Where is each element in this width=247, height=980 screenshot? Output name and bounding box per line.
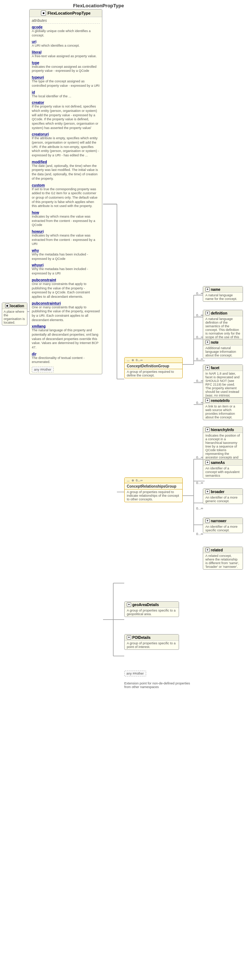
- broader-expand-icon[interactable]: +: [205, 490, 210, 494]
- note-expand-icon[interactable]: +: [205, 340, 210, 344]
- crg-label: ConceptRelationshipsGroup: [127, 484, 176, 488]
- location-label: location: [10, 304, 24, 308]
- name-expand-icon[interactable]: +: [205, 287, 210, 291]
- attr-name-whyuri: whyuri: [32, 263, 100, 267]
- diagram-container: FlexLocationPropType ■ FlexLocationPropT…: [0, 0, 247, 980]
- attr-name-custom: custom: [32, 183, 100, 187]
- related-body: A related concept, where the relationshi…: [203, 553, 242, 569]
- same-as-box: + sameAs An identifier of a concept with…: [203, 459, 243, 479]
- location-box-body: A place where the organisation is locate…: [2, 309, 27, 325]
- any-other-attr: any ##other: [32, 367, 100, 372]
- crg-label-row: ConceptRelationshipsGroup: [125, 483, 182, 490]
- attr-desc-id: The local identifier of the ...: [32, 94, 100, 99]
- attr-desc-literal: A free-text value assigned as property v…: [32, 54, 100, 59]
- poi-expand-icon[interactable]: +: [127, 635, 131, 640]
- attr-name-creatoruri: creatoruri: [32, 132, 100, 136]
- any-other-attr-label: any ##other: [32, 367, 54, 372]
- attr-desc-howuri: Indicates by which means the value was e…: [32, 234, 100, 247]
- attr-howuri: howuri Indicates by which means the valu…: [32, 230, 100, 247]
- attr-type: type Indicates the concept assigned as c…: [32, 61, 100, 73]
- facet-box-header: + facet: [203, 365, 242, 371]
- cardinality-note: 0...∞: [196, 335, 203, 339]
- geo-area-desc: A group of properties specific to a geop…: [127, 609, 176, 616]
- narrower-body: An identifier of a more specific concept…: [203, 524, 242, 533]
- facet-label: facet: [211, 366, 219, 370]
- cardinality-definition: 0...∞: [196, 313, 203, 317]
- note-box-header: + note: [203, 339, 242, 345]
- remote-info-body: A link to an item or a web source which …: [203, 404, 242, 420]
- crg-connector-icon: ⊕: [132, 479, 134, 482]
- definition-box-header: + definition: [203, 310, 242, 317]
- attr-xmllang: xmllang The natural language of this pro…: [32, 325, 100, 350]
- location-expand-icon[interactable]: ■: [5, 304, 10, 308]
- definition-label: definition: [211, 311, 227, 315]
- attr-desc-qcode: A globally unique code which identifies …: [32, 29, 100, 38]
- attr-dir: dir The directionality of textual conten…: [32, 352, 100, 364]
- cardinality-remoteInfo: 0...∞: [196, 379, 203, 383]
- attr-name-literal: literal: [32, 50, 100, 54]
- narrower-expand-icon[interactable]: +: [205, 519, 210, 523]
- attr-custom: custom If set to true the corresponding …: [32, 183, 100, 208]
- attr-desc-pubconstraint: One or many constraints that apply to pu…: [32, 282, 100, 299]
- location-box: ■ location A place where the organisatio…: [2, 302, 27, 325]
- hierarchy-info-expand-icon[interactable]: +: [205, 428, 210, 432]
- name-desc: A natural language name for the concept.: [205, 293, 237, 301]
- geo-area-label: geoAreaDetails: [132, 603, 159, 607]
- same-as-expand-icon[interactable]: +: [205, 460, 210, 465]
- cardinality-narrower: 0...∞: [196, 507, 203, 510]
- concept-definition-group-box: ... ⊕ 0...∞ ConceptDefinitionGroup A gro…: [124, 357, 183, 378]
- attr-desc-typeuri: The type of the concept assigned as cont…: [32, 80, 100, 88]
- attr-name-modified: modified: [32, 160, 100, 164]
- remote-info-label: remoteInfo: [211, 399, 230, 403]
- cdg-cardinality: 0...∞: [136, 358, 143, 362]
- name-body: A natural language name for the concept.: [203, 293, 242, 301]
- attr-name-howuri: howuri: [32, 230, 100, 234]
- hierarchy-info-desc: Indicates the position of a concept in a…: [205, 434, 240, 463]
- attr-name-id: id: [32, 91, 100, 94]
- attr-typeuri: typeuri The type of the concept assigned…: [32, 75, 100, 88]
- facet-expand-icon[interactable]: +: [205, 366, 210, 370]
- attr-name-why: why: [32, 248, 100, 253]
- attr-name-dir: dir: [32, 352, 100, 356]
- cdg-label-row: ConceptDefinitionGroup: [125, 363, 182, 369]
- hierarchy-info-label: hierarchyInfo: [211, 428, 234, 432]
- remote-info-box: + remoteInfo A link to an item or a web …: [203, 397, 243, 420]
- hierarchy-info-box-header: + hierarchyInfo: [203, 427, 242, 433]
- flex-location-prop-type-box: ■ FlexLocationPropType attributes qcode …: [29, 9, 102, 374]
- attr-how: how Indicates by which means the value w…: [32, 211, 100, 228]
- attr-literal: literal A free-text value assigned as pr…: [32, 50, 100, 59]
- attr-desc-xmllang: The natural language of this property an…: [32, 328, 100, 350]
- geo-area-expand-icon[interactable]: +: [127, 603, 131, 607]
- geo-area-body: A group of properties specific to a geop…: [125, 608, 179, 617]
- attr-creatoruri: creatoruri If the attribute is empty, sp…: [32, 132, 100, 158]
- related-expand-icon[interactable]: +: [205, 548, 210, 552]
- attr-desc-creator: If the property value is not defined, sp…: [32, 105, 100, 130]
- concept-definition-group-header: ... ⊕ 0...∞: [125, 358, 182, 363]
- attributes-section: attributes qcode A globally unique code …: [30, 17, 102, 374]
- cardinality-broader: 0...∞: [196, 481, 203, 485]
- note-body: Additional natural language information …: [203, 345, 242, 358]
- poi-desc: A group of properties specific to a poin…: [127, 641, 176, 649]
- attr-qcode: qcode A globally unique code which ident…: [32, 25, 100, 38]
- related-label: related: [211, 548, 223, 552]
- location-desc: A place where the organisation is locate…: [4, 310, 25, 325]
- cdg-connector-icon: ⊕: [132, 359, 134, 362]
- poi-label: POIDetails: [132, 636, 151, 640]
- attr-why: why Why the metadata has been included -…: [32, 248, 100, 261]
- related-box-header: + related: [203, 547, 242, 553]
- broader-box: + broader An identifier of a more generi…: [203, 488, 243, 504]
- attr-uri: uri A URI which identifies a concept.: [32, 40, 100, 48]
- poi-details-header: + POIDetails: [125, 635, 179, 641]
- attr-desc-creatoruri: If the attribute is empty, specifies whi…: [32, 136, 100, 158]
- cardinality-name: 0...∞: [196, 291, 203, 295]
- crg-cardinality: 0...∞: [136, 479, 143, 482]
- broader-desc: An identifier of a more generic concept.: [205, 496, 237, 503]
- related-box: + related A related concept, where the r…: [203, 547, 243, 570]
- note-label: note: [211, 340, 218, 344]
- same-as-box-header: + sameAs: [203, 460, 242, 466]
- remote-info-expand-icon[interactable]: +: [205, 398, 210, 403]
- cardinality-facet: 0...∞: [196, 357, 203, 361]
- definition-expand-icon[interactable]: +: [205, 311, 210, 315]
- any-other-bottom-container: any ##other: [124, 671, 146, 676]
- geo-area-details-box: + geoAreaDetails A group of properties s…: [124, 601, 179, 617]
